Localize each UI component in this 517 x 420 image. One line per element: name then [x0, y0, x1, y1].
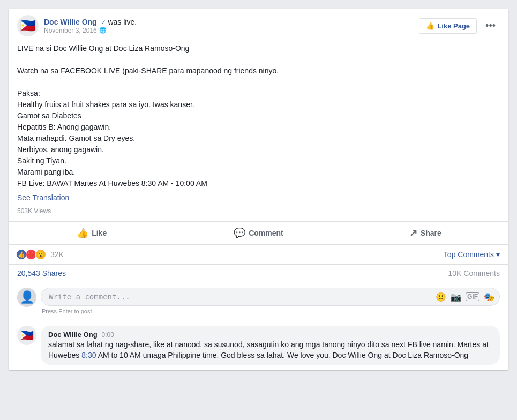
- comments-count: 10K Comments: [448, 269, 500, 278]
- press-enter-hint: Press Enter to post.: [41, 308, 500, 314]
- comment-text-after: AM to 10 AM umaga Philippine time. God b…: [98, 351, 469, 359]
- emoji-icon[interactable]: 🙂: [436, 292, 446, 302]
- shares-row: 20,543 Shares 10K Comments: [9, 265, 508, 282]
- verified-icon: ✓: [101, 19, 106, 26]
- comment-button[interactable]: 💬 Comment: [175, 222, 342, 244]
- globe-icon: 🌐: [99, 27, 107, 34]
- comment-time: 0:00: [102, 331, 114, 339]
- comment-input-icons: 🙂 📷 GIF 🎭: [436, 292, 494, 302]
- like-icon: 👍: [77, 227, 88, 239]
- shares-count[interactable]: 20,543 Shares: [17, 269, 66, 278]
- like-page-button[interactable]: 👍 Like Page: [419, 18, 477, 34]
- comment-input-row: 👤 🙂 📷 GIF 🎭 Press Enter to post.: [9, 282, 508, 320]
- post-date: November 3, 2016: [44, 27, 97, 34]
- love-reaction-bubble: ❤️: [26, 249, 36, 260]
- camera-icon[interactable]: 📷: [451, 292, 461, 302]
- reactions-row: 👍 ❤️ 😮 32K Top Comments ▾: [9, 245, 508, 265]
- avatar-person-icon: 👤: [20, 290, 34, 304]
- top-comments-button[interactable]: Top Comments ▾: [444, 250, 500, 259]
- post-header: 🇵🇭 Doc Willie Ong ✓ was live. November 3…: [9, 9, 508, 43]
- dropdown-icon: ▾: [496, 250, 500, 259]
- comment-input[interactable]: [41, 288, 500, 306]
- reaction-count: 32K: [50, 250, 64, 259]
- avatar: 🇵🇭: [17, 15, 39, 36]
- comment-bubble-wrap: Doc Willie Ong 0:00 salamat sa lahat ng …: [41, 326, 500, 365]
- wow-reaction-bubble: 😮: [35, 249, 46, 260]
- gif-icon[interactable]: GIF: [466, 292, 479, 301]
- post-text: LIVE na si Doc Willie Ong at Doc Liza Ra…: [17, 43, 500, 189]
- sticker-icon[interactable]: 🎭: [484, 292, 494, 302]
- comment-input-wrap: 🙂 📷 GIF 🎭 Press Enter to post.: [41, 288, 500, 314]
- header-actions: 👍 Like Page •••: [419, 18, 500, 34]
- see-translation-link[interactable]: See Translation: [17, 193, 69, 202]
- commenter-avatar-input: 👤: [17, 288, 36, 307]
- comment-entry: 🇵🇭 Doc Willie Ong 0:00 salamat sa lahat …: [9, 320, 508, 370]
- thumbs-up-icon: 👍: [426, 22, 434, 30]
- post-body: LIVE na si Doc Willie Ong at Doc Liza Ra…: [9, 43, 508, 221]
- comment-icon: 💬: [234, 227, 245, 239]
- comment-author[interactable]: Doc Willie Ong: [48, 331, 98, 339]
- action-bar: 👍 Like 💬 Comment ↗ Share: [9, 221, 508, 245]
- author-name[interactable]: Doc Willie Ong: [44, 18, 97, 26]
- comment-highlight: 8:30: [81, 351, 96, 359]
- comment-bubble: Doc Willie Ong 0:00 salamat sa lahat ng …: [41, 326, 500, 365]
- post-meta: Doc Willie Ong ✓ was live. November 3, 2…: [44, 18, 414, 34]
- like-reaction-bubble: 👍: [16, 249, 27, 260]
- post-date-row: November 3, 2016 🌐: [44, 27, 414, 34]
- reactions-left: 👍 ❤️ 😮 32K: [17, 249, 64, 260]
- share-icon: ↗: [409, 227, 417, 239]
- comment-text: salamat sa lahat ng nag-share, like at n…: [48, 340, 492, 361]
- commenter-avatar: 🇵🇭: [17, 326, 36, 345]
- comment-input-outer: 🙂 📷 GIF 🎭: [41, 288, 500, 306]
- was-live-text: was live.: [108, 18, 137, 26]
- like-button[interactable]: 👍 Like: [9, 222, 175, 244]
- post-card: 🇵🇭 Doc Willie Ong ✓ was live. November 3…: [9, 9, 508, 370]
- views-count: 503K Views: [17, 207, 500, 215]
- post-author-row: Doc Willie Ong ✓ was live.: [44, 18, 414, 26]
- reaction-emojis: 👍 ❤️ 😮: [17, 249, 46, 260]
- more-options-button[interactable]: •••: [481, 18, 500, 34]
- share-button[interactable]: ↗ Share: [342, 222, 508, 244]
